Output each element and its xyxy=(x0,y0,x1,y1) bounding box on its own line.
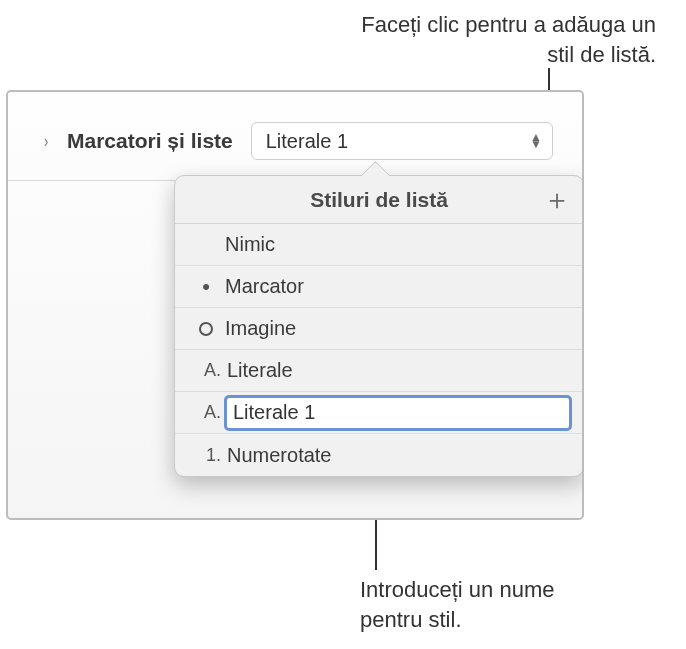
list-styles-popover: Stiluri de listă ＋ Nimic Marcator Imagin… xyxy=(174,175,584,477)
inspector-panel: › Marcatori și liste Literale 1 ▲▼ Stilu… xyxy=(6,90,584,520)
list-style-name-input[interactable] xyxy=(227,398,569,428)
bullets-lists-label: Marcatori și liste xyxy=(67,129,233,153)
letter-icon: A. xyxy=(193,360,221,381)
add-list-style-button[interactable]: ＋ xyxy=(541,184,573,216)
list-style-label: Literale xyxy=(227,359,569,382)
list-style-label: Nimic xyxy=(225,233,569,256)
list-style-item-numbered[interactable]: 1. Numerotate xyxy=(175,434,583,476)
letter-icon: A. xyxy=(193,402,221,423)
svg-point-0 xyxy=(200,323,212,335)
list-style-item-bullet[interactable]: Marcator xyxy=(175,266,583,308)
bullets-lists-section: › Marcatori și liste Literale 1 ▲▼ xyxy=(43,122,553,160)
list-style-item-none[interactable]: Nimic xyxy=(175,224,583,266)
number-icon: 1. xyxy=(193,445,221,466)
updown-chevron-icon: ▲▼ xyxy=(530,134,542,147)
list-style-popup-value: Literale 1 xyxy=(266,130,348,153)
circle-icon xyxy=(193,321,219,337)
list-style-popup-button[interactable]: Literale 1 ▲▼ xyxy=(251,122,553,160)
list-styles-list: Nimic Marcator Imagine A. Literale A. xyxy=(175,224,583,476)
list-style-label: Numerotate xyxy=(227,444,569,467)
list-style-label: Marcator xyxy=(225,275,569,298)
list-style-label: Imagine xyxy=(225,317,569,340)
callout-add-style: Faceți clic pentru a adăuga un stil de l… xyxy=(336,10,656,69)
popover-title: Stiluri de listă xyxy=(310,188,448,212)
list-style-item-editing[interactable]: A. xyxy=(175,392,583,434)
callout-enter-name: Introduceți un nume pentru stil. xyxy=(360,575,620,634)
bullet-icon xyxy=(193,274,219,300)
list-style-item-image[interactable]: Imagine xyxy=(175,308,583,350)
disclosure-chevron-icon[interactable]: › xyxy=(44,131,48,152)
popover-header: Stiluri de listă ＋ xyxy=(175,176,583,224)
list-style-item-lettered[interactable]: A. Literale xyxy=(175,350,583,392)
